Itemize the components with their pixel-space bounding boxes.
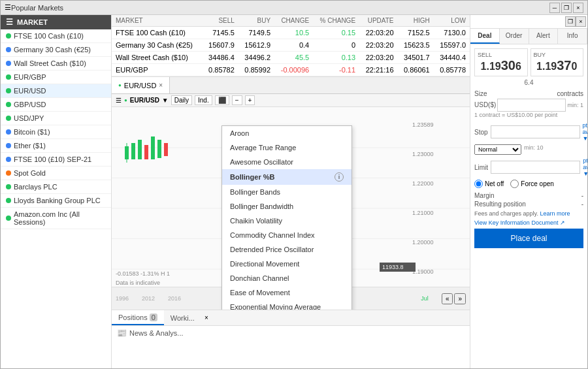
restore-button[interactable]: ❐ bbox=[561, 3, 572, 13]
indicator-item[interactable]: Bollinger Bands bbox=[222, 185, 351, 199]
update-cell: 22:03:20 bbox=[359, 52, 397, 64]
table-row[interactable]: EUR/GBP 0.85782 0.85992 -0.00096 -0.11 2… bbox=[112, 64, 470, 76]
market-item[interactable]: EUR/USD bbox=[1, 84, 111, 98]
market-item[interactable]: Bitcoin ($1) bbox=[1, 125, 111, 139]
size-note: 1 contract = US$10.00 per point bbox=[474, 112, 583, 118]
resulting-label: Resulting position bbox=[474, 201, 526, 208]
deal-close-button[interactable]: × bbox=[576, 16, 586, 27]
indicator-item[interactable]: Directional Movement bbox=[222, 257, 351, 271]
close-button[interactable]: × bbox=[573, 3, 583, 13]
hamburger-icon[interactable]: ☰ bbox=[5, 3, 11, 12]
year-2016: 2016 bbox=[168, 295, 181, 302]
market-item[interactable]: Wall Street Cash ($10) bbox=[1, 57, 111, 71]
limit-input[interactable] bbox=[491, 161, 580, 174]
svg-rect-20 bbox=[164, 143, 168, 156]
change-cell: 45.5 bbox=[274, 52, 313, 64]
market-item[interactable]: FTSE 100 (£10) SEP-21 bbox=[1, 153, 111, 167]
svg-rect-15 bbox=[131, 143, 135, 159]
content-area: ☰ MARKET FTSE 100 Cash (£10)Germany 30 C… bbox=[1, 15, 587, 368]
sell-prefix: 1.19 bbox=[481, 61, 501, 72]
market-item[interactable]: EUR/GBP bbox=[1, 71, 111, 84]
indicator-item[interactable]: Donchian Channel bbox=[222, 271, 351, 285]
minimize-button[interactable]: ─ bbox=[549, 3, 560, 13]
indicator-info-icon[interactable]: i bbox=[335, 172, 344, 182]
place-deal-button[interactable]: Place deal bbox=[474, 229, 583, 248]
left-sidebar: ☰ MARKET FTSE 100 Cash (£10)Germany 30 C… bbox=[1, 15, 112, 368]
net-off-label: Net off bbox=[485, 180, 504, 187]
bottom-tab-close[interactable]: × bbox=[201, 313, 212, 323]
title-bar: ☰ Popular Markets ─ ❐ × bbox=[1, 1, 587, 15]
market-item[interactable]: Spot Gold bbox=[1, 167, 111, 180]
deal-tab-info[interactable]: Info bbox=[558, 29, 587, 44]
market-dot bbox=[6, 47, 11, 52]
market-item-name: Lloyds Banking Group PLC bbox=[14, 197, 101, 204]
contracts-label: contracts bbox=[557, 90, 583, 97]
market-item-name: EUR/USD bbox=[14, 87, 46, 95]
deal-tab-alert[interactable]: Alert bbox=[529, 29, 559, 44]
table-row[interactable]: FTSE 100 Cash (£10) 7145.5 7149.5 10.5 0… bbox=[112, 27, 470, 39]
positions-tab[interactable]: Positions 0 bbox=[112, 310, 164, 325]
deal-tab-order[interactable]: Order bbox=[500, 29, 529, 44]
zoom-out-button[interactable]: − bbox=[232, 95, 242, 105]
market-item[interactable]: Germany 30 Cash (€25) bbox=[1, 43, 111, 57]
market-item[interactable]: FTSE 100 Cash (£10) bbox=[1, 29, 111, 43]
market-dot bbox=[6, 33, 11, 39]
indicator-item[interactable]: Ease of Movement bbox=[222, 285, 351, 300]
scroll-left-button[interactable]: « bbox=[442, 293, 453, 304]
eurusd-tab[interactable]: ● EUR/USD × bbox=[112, 77, 170, 93]
indicator-item[interactable]: Commodity Channel Index bbox=[222, 228, 351, 242]
learn-more-link[interactable]: Learn more bbox=[540, 210, 570, 217]
chart-placeholder: 1.23589 1.23000 1.22000 1.21000 1.20000 … bbox=[112, 107, 470, 310]
buy-prefix: 1.19 bbox=[536, 61, 557, 72]
size-input-row: USD($) min: 1 bbox=[474, 99, 583, 112]
indicators-button[interactable]: Ind. bbox=[195, 95, 212, 105]
indicator-item[interactable]: Exponential Moving Average bbox=[222, 300, 351, 310]
key-info-text: View Key Information Document ↗ bbox=[474, 219, 583, 226]
force-open-radio[interactable]: Force open bbox=[510, 180, 554, 188]
indicator-item[interactable]: Bollinger %Bi bbox=[222, 169, 351, 185]
indicator-item[interactable]: Aroon bbox=[222, 126, 351, 140]
deal-tab-deal[interactable]: Deal bbox=[470, 29, 500, 44]
pts-away-stop[interactable]: pts away ▼ bbox=[583, 122, 587, 142]
stop-type-select[interactable]: Normal Guaranteed bbox=[474, 144, 521, 155]
market-item[interactable]: GBP/USD bbox=[1, 98, 111, 112]
market-item[interactable]: Barclays PLC bbox=[1, 180, 111, 194]
scroll-right-button[interactable]: » bbox=[454, 293, 466, 304]
deal-restore-button[interactable]: ❐ bbox=[565, 16, 576, 27]
chart-type-button[interactable]: ⬛ bbox=[215, 95, 229, 105]
indicator-item[interactable]: Awesome Oscillator bbox=[222, 155, 351, 169]
market-item[interactable]: Amazon.com Inc (All Sessions) bbox=[1, 208, 111, 229]
market-dot bbox=[6, 198, 11, 203]
market-dot bbox=[6, 184, 11, 189]
working-tab[interactable]: Worki... bbox=[164, 310, 201, 325]
low-cell: 0.85778 bbox=[434, 64, 470, 76]
market-dot bbox=[6, 116, 11, 121]
indicator-label: Bollinger Bandwidth bbox=[230, 202, 293, 210]
zoom-in-button[interactable]: + bbox=[245, 95, 255, 105]
indicator-item[interactable]: Bollinger Bandwidth bbox=[222, 199, 351, 214]
market-item[interactable]: USD/JPY bbox=[1, 112, 111, 125]
market-cell: Germany 30 Cash (€25) bbox=[112, 39, 203, 52]
sidebar-hamburger-icon[interactable]: ☰ bbox=[6, 18, 13, 27]
timeframe-button[interactable]: Daily bbox=[171, 95, 192, 105]
sell-price-box[interactable]: SELL 1.19306 bbox=[474, 48, 528, 76]
indicator-item[interactable]: Average True Range bbox=[222, 140, 351, 155]
hamburger-chart-icon[interactable]: ☰ bbox=[116, 97, 122, 104]
pts-away-limit[interactable]: pts away ▼ bbox=[583, 157, 587, 177]
news-bar: 📰 News & Analys... bbox=[112, 326, 470, 340]
size-input[interactable] bbox=[497, 99, 566, 112]
key-info-link[interactable]: View Key Information Document ↗ bbox=[474, 219, 565, 226]
market-dot bbox=[6, 102, 11, 107]
stop-input[interactable] bbox=[491, 125, 580, 138]
tab-close-icon[interactable]: × bbox=[159, 82, 163, 89]
buy-price-box[interactable]: BUY 1.19370 bbox=[531, 48, 584, 76]
net-off-radio[interactable]: Net off bbox=[474, 180, 504, 188]
market-item[interactable]: Lloyds Banking Group PLC bbox=[1, 194, 111, 208]
table-row[interactable]: Wall Street Cash ($10) 34486.4 34496.2 4… bbox=[112, 52, 470, 64]
indicator-item[interactable]: Chaikin Volatility bbox=[222, 214, 351, 228]
indicator-item[interactable]: Detrended Price Oscillator bbox=[222, 242, 351, 257]
margin-value: - bbox=[581, 192, 583, 199]
main-content: MARKET SELL BUY CHANGE % CHANGE UPDATE H… bbox=[112, 15, 470, 368]
market-item[interactable]: Ether ($1) bbox=[1, 139, 111, 153]
table-row[interactable]: Germany 30 Cash (€25) 15607.9 15612.9 0.… bbox=[112, 39, 470, 52]
